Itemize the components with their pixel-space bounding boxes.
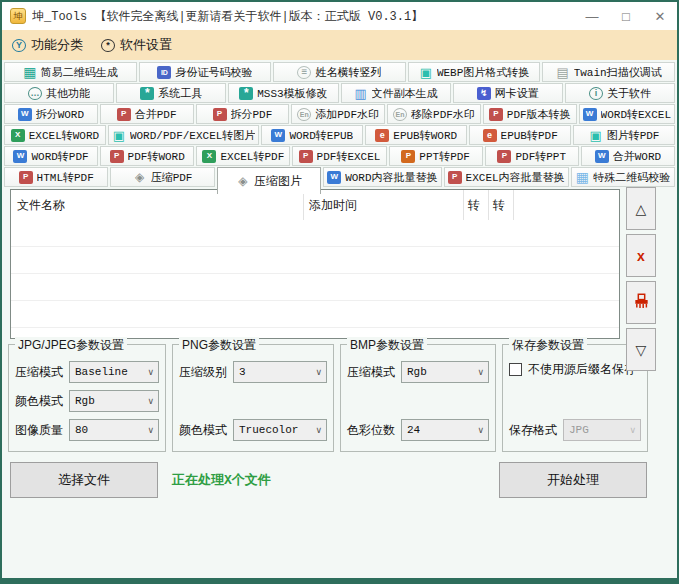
button-label: 文件副本生成	[372, 86, 438, 101]
toolbar-row: WWORD转PDFPPDF转WORDXEXCEL转PDFPPDF转EXCELPP…	[4, 146, 675, 166]
bmp-compress-mode-select[interactable]: Rgb∨	[401, 361, 489, 383]
column-header-0[interactable]: 文件名称	[11, 190, 303, 220]
merge-pdf-button[interactable]: P合并PDF	[100, 104, 194, 124]
chevron-down-icon: ∨	[315, 425, 322, 435]
field-label: 压缩级别	[179, 364, 227, 381]
minimize-button[interactable]: —	[575, 2, 609, 30]
toolbar-row: …其他功能*系统工具*MSS3模板修改▥文件副本生成↯网卡设置i关于软件	[4, 83, 675, 103]
pdf-to-word-button[interactable]: PPDF转WORD	[100, 146, 194, 166]
about-software-button[interactable]: i关于软件	[565, 83, 675, 103]
start-processing-button[interactable]: 开始处理	[499, 462, 647, 498]
png-color-mode-select[interactable]: Truecolor∨	[233, 419, 327, 441]
image-to-pdf-button[interactable]: ▣图片转PDF	[573, 125, 675, 145]
add-pdf-watermark-button[interactable]: En添加PDF水印	[291, 104, 385, 124]
twain-scanner-debug-button[interactable]: ▤Twain扫描仪调试	[542, 62, 675, 82]
button-label: WORD内容批量替换	[345, 170, 437, 185]
pdf-to-ppt-button[interactable]: PPDF转PPT	[485, 146, 579, 166]
group-title: BMP参数设置	[347, 337, 427, 354]
compress-icon: ◈	[236, 175, 250, 188]
other-functions-button[interactable]: …其他功能	[4, 83, 114, 103]
button-label: 压缩PDF	[151, 170, 193, 185]
qr-generate-button[interactable]: ▦简易二维码生成	[4, 62, 137, 82]
pdf-icon: P	[19, 171, 33, 184]
maximize-button[interactable]: □	[609, 2, 643, 30]
group-jpg-params: JPG/JPEG参数设置压缩模式Baseline∨颜色模式Rgb∨图像质量80∨	[8, 344, 166, 452]
ppt-to-pdf-button[interactable]: PPPT转PDF	[389, 146, 483, 166]
button-label: 姓名横转竖列	[315, 65, 381, 80]
window-controls: —□✕	[575, 2, 677, 30]
field-label: 颜色模式	[15, 393, 63, 410]
file-list-body[interactable]	[11, 220, 619, 338]
move-bottom-icon: ▽	[636, 342, 647, 358]
pdf-icon: P	[497, 150, 511, 163]
move-bottom-button[interactable]: ▽	[626, 328, 656, 371]
column-header-2[interactable]: 转	[461, 190, 486, 220]
jpg-compress-mode-select[interactable]: Baseline∨	[69, 361, 159, 383]
merge-word-button[interactable]: W合并WORD	[581, 146, 675, 166]
pdf-to-excel-button[interactable]: PPDF转EXCEL	[292, 146, 386, 166]
word-to-excel-button[interactable]: WWORD转EXCEL	[579, 104, 675, 124]
word-pdf-excel-to-image-button[interactable]: ▣WORD/PDF/EXCEL转图片	[108, 125, 259, 145]
pdf-version-convert-button[interactable]: PPDF版本转换	[483, 104, 577, 124]
pdf-icon: P	[489, 108, 503, 121]
epub-to-word-button[interactable]: eEPUB转WORD	[365, 125, 467, 145]
png-compress-level-select[interactable]: 3∨	[233, 361, 327, 383]
remove-file-button[interactable]: x	[626, 234, 656, 277]
move-top-button[interactable]: △	[626, 187, 656, 230]
split-word-button[interactable]: W拆分WORD	[4, 104, 98, 124]
keep-extension-checkbox[interactable]	[509, 363, 522, 376]
compress-image-button[interactable]: ◈压缩图片	[217, 167, 321, 194]
id-number-check-button[interactable]: ID身份证号码校验	[139, 62, 272, 82]
field-label: 颜色模式	[179, 422, 227, 439]
toolbar-row: ▦简易二维码生成ID身份证号码校验≡姓名横转竖列▣WEBP图片格式转换▤Twai…	[4, 62, 675, 82]
remove-pdf-watermark-button[interactable]: En移除PDF水印	[387, 104, 481, 124]
pdf-icon: P	[110, 150, 124, 163]
compress-pdf-button[interactable]: ◈压缩PDF	[110, 167, 214, 187]
app-window: 坤 坤_Tools 【软件完全离线|更新请看关于软件|版本：正式版 V0.3.1…	[0, 0, 679, 584]
save-format-select[interactable]: JPG∨	[563, 419, 641, 441]
file-copy-icon: ▥	[354, 87, 368, 100]
button-label: WORD转PDF	[31, 149, 88, 164]
jpg-color-mode-select[interactable]: Rgb∨	[69, 390, 159, 412]
name-horizontal-to-vertical-button[interactable]: ≡姓名横转竖列	[273, 62, 406, 82]
button-label: 压缩图片	[254, 173, 302, 190]
button-label: 拆分PDF	[231, 107, 273, 122]
close-button[interactable]: ✕	[643, 2, 677, 30]
webp-format-convert-button[interactable]: ▣WEBP图片格式转换	[408, 62, 541, 82]
button-label: 简易二维码生成	[41, 65, 118, 80]
file-copy-generate-button[interactable]: ▥文件副本生成	[341, 83, 451, 103]
stamp-icon: En	[393, 108, 407, 121]
word-to-epub-button[interactable]: WWORD转EPUB	[261, 125, 363, 145]
footer-bar: 选择文件 正在处理X个文件 开始处理	[2, 462, 677, 498]
field-row: 压缩模式Baseline∨	[15, 361, 159, 383]
bmp-color-depth-select[interactable]: 24∨	[401, 419, 489, 441]
special-qr-check-button[interactable]: ▦特殊二维码校验	[571, 167, 675, 187]
info-icon: i	[589, 87, 603, 100]
menu-item-software-settings[interactable]: *软件设置	[101, 36, 172, 54]
split-pdf-button[interactable]: P拆分PDF	[196, 104, 290, 124]
button-label: 图片转PDF	[607, 128, 660, 143]
excel-batch-replace-button[interactable]: PEXCEL内容批量替换	[444, 167, 569, 187]
clear-list-button[interactable]	[626, 281, 656, 324]
epub-to-pdf-button[interactable]: eEPUB转PDF	[469, 125, 571, 145]
menu-item-label: 软件设置	[120, 36, 172, 54]
select-value: Rgb	[407, 366, 427, 378]
menu-item-function-category[interactable]: Y功能分类	[12, 36, 83, 54]
select-value: 80	[75, 424, 88, 436]
jpg-image-quality-select[interactable]: 80∨	[69, 419, 159, 441]
toolbar-row: XEXCEL转WORD▣WORD/PDF/EXCEL转图片WWORD转EPUBe…	[4, 125, 675, 145]
select-files-button[interactable]: 选择文件	[10, 462, 158, 498]
category-icon: Y	[12, 39, 26, 52]
column-header-1[interactable]: 添加时间	[303, 190, 461, 220]
column-header-3[interactable]: 转	[486, 190, 511, 220]
html-to-pdf-button[interactable]: PHTML转PDF	[4, 167, 108, 187]
word-batch-replace-button[interactable]: WWORD内容批量替换	[323, 167, 441, 187]
network-card-settings-button[interactable]: ↯网卡设置	[453, 83, 563, 103]
mss3-template-edit-button[interactable]: *MSS3模板修改	[228, 83, 338, 103]
excel-to-word-button[interactable]: XEXCEL转WORD	[4, 125, 106, 145]
word-to-pdf-button[interactable]: WWORD转PDF	[4, 146, 98, 166]
button-label: HTML转PDF	[37, 170, 94, 185]
field-row: 色彩位数24∨	[347, 419, 489, 441]
excel-to-pdf-button[interactable]: XEXCEL转PDF	[196, 146, 290, 166]
system-tools-button[interactable]: *系统工具	[116, 83, 226, 103]
